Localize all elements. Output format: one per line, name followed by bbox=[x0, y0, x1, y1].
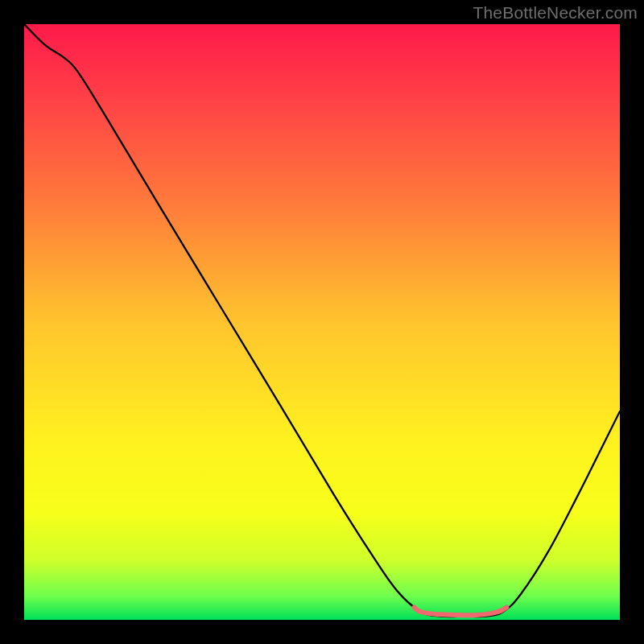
bottleneck-chart bbox=[24, 24, 620, 620]
gradient-background bbox=[24, 24, 620, 620]
attribution-label: TheBottleNecker.com bbox=[473, 3, 638, 23]
chart-frame: TheBottleNecker.com bbox=[0, 0, 644, 644]
